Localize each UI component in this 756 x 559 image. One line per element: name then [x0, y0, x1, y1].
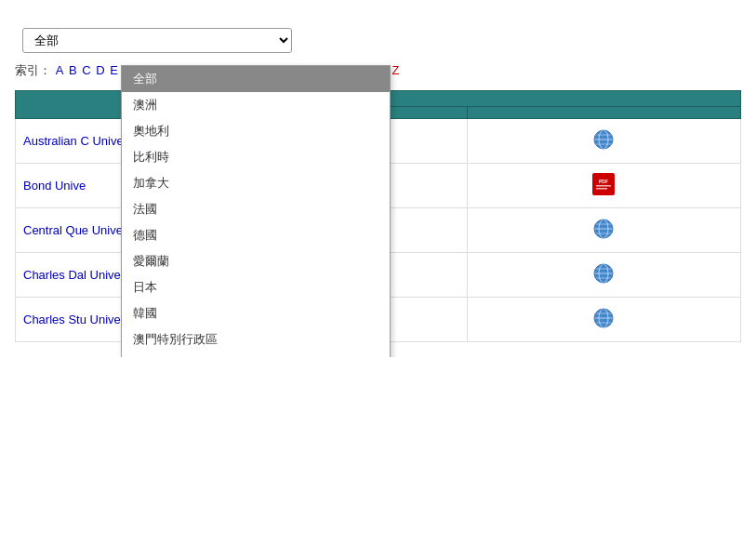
dropdown-container: 全部澳洲奧地利比利時加拿大法國德國愛爾蘭日本韓國澳門特別行政區馬來西亞新西蘭新加… — [121, 65, 391, 357]
index-label: 索引： — [15, 63, 51, 77]
svg-rect-17 — [596, 188, 607, 190]
page-wrapper: 全部澳洲奧地利比利時加拿大法國德國愛爾蘭日本韓國澳門特別行政區馬來西亞新西蘭新加… — [0, 0, 756, 357]
dropdown-item[interactable]: 法國 — [122, 196, 390, 222]
svg-rect-14 — [592, 173, 615, 195]
after-2024-cell — [467, 119, 740, 164]
index-letter-b[interactable]: B — [69, 63, 77, 77]
filter-row: 全部澳洲奧地利比利時加拿大法國德國愛爾蘭日本韓國澳門特別行政區馬來西亞新西蘭新加… — [15, 28, 741, 53]
dropdown-item[interactable]: 韓國 — [122, 300, 390, 326]
index-letter-c[interactable]: C — [82, 63, 90, 77]
index-letter-a[interactable]: A — [56, 63, 64, 77]
after-2024-cell: PDF — [467, 164, 740, 208]
index-letter-e[interactable]: E — [110, 63, 118, 77]
after-2024-cell — [467, 253, 740, 298]
dropdown-item[interactable]: 德國 — [122, 222, 390, 248]
dropdown-item[interactable]: 加拿大 — [122, 170, 390, 196]
index-letter-d[interactable]: D — [96, 63, 104, 77]
pdf-icon-after[interactable]: PDF — [592, 173, 615, 198]
after-2024-cell — [467, 298, 740, 342]
dropdown-item[interactable]: 日本 — [122, 274, 390, 300]
after-2024-cell — [467, 208, 740, 253]
col-from2024-header — [467, 107, 740, 119]
dropdown-item[interactable]: 澳洲 — [122, 92, 390, 118]
dropdown-item[interactable]: 澳門特別行政區 — [122, 326, 390, 353]
globe-icon[interactable] — [592, 218, 615, 243]
dropdown-list[interactable]: 全部澳洲奧地利比利時加拿大法國德國愛爾蘭日本韓國澳門特別行政區馬來西亞新西蘭新加… — [121, 65, 391, 357]
globe-icon[interactable] — [592, 128, 615, 153]
dropdown-item[interactable]: 愛爾蘭 — [122, 248, 390, 274]
index-letter-z[interactable]: Z — [391, 63, 399, 77]
dropdown-item[interactable]: 全部 — [122, 66, 390, 92]
svg-text:PDF: PDF — [599, 179, 608, 184]
dropdown-item[interactable]: 奧地利 — [122, 118, 390, 144]
dropdown-item[interactable]: 馬來西亞 — [122, 353, 390, 357]
globe-icon[interactable] — [592, 307, 615, 332]
globe-icon[interactable] — [592, 262, 615, 287]
country-select[interactable]: 全部澳洲奧地利比利時加拿大法國德國愛爾蘭日本韓國澳門特別行政區馬來西亞新西蘭新加… — [22, 28, 292, 53]
dropdown-item[interactable]: 比利時 — [122, 144, 390, 170]
svg-rect-16 — [596, 185, 611, 187]
